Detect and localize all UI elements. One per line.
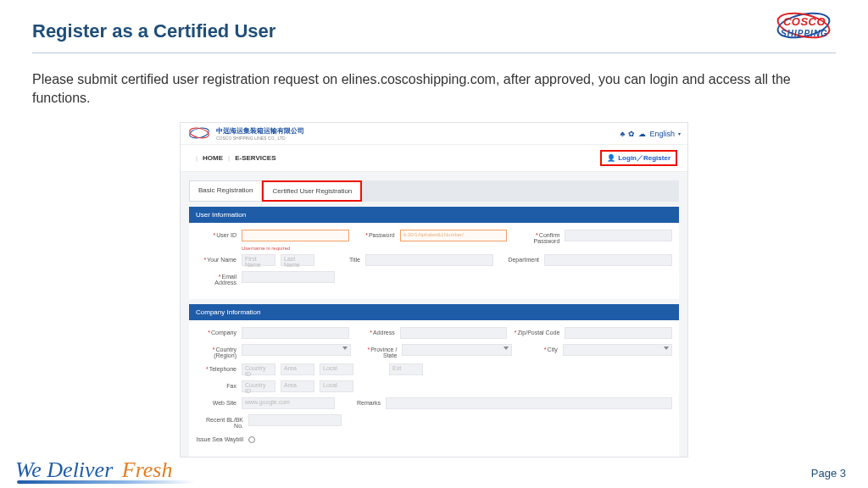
radio-issue-swb[interactable] [248, 436, 255, 443]
chevron-down-icon [664, 347, 669, 350]
main-nav: | HOME | E-SERVICES 👤Login／Register [181, 145, 687, 172]
intro-text: Please submit certified user registratio… [0, 53, 868, 115]
tab-certified-registration[interactable]: Certified User Registration [262, 180, 362, 202]
input-department[interactable] [544, 254, 672, 266]
label-website: Web Site [196, 397, 236, 406]
input-remarks[interactable] [386, 397, 672, 409]
logo-text-shipping: SHIPPING [768, 29, 841, 38]
input-user-id[interactable] [242, 230, 349, 241]
logo-text-cosco: COSCO [768, 15, 841, 28]
error-username: Username is required [242, 246, 672, 251]
company-info-form: *Company *Address *Zip/Postal Code *Coun… [189, 320, 679, 457]
nav-home[interactable]: HOME [203, 154, 223, 162]
cosco-logo: COSCO SHIPPING [768, 12, 841, 53]
label-password: Password [369, 232, 395, 238]
input-password[interactable]: 6-20/1Alphabet&1Number/ [400, 230, 508, 241]
cosco-mini-logo [187, 127, 211, 141]
user-icon: 👤 [607, 154, 615, 162]
tab-basic-registration[interactable]: Basic Registration [189, 180, 262, 202]
label-issue-swb: Issue Sea Waybill [196, 434, 243, 442]
site-header: 中远海运集装箱运输有限公司 COSCO SHIPPING LINES CO., … [181, 123, 687, 145]
select-province[interactable] [402, 344, 511, 356]
user-info-form: *User ID *Password 6-20/1Alphabet&1Numbe… [189, 223, 679, 299]
company-name-en: COSCO SHIPPING LINES CO., LTD [216, 136, 304, 141]
label-telephone: Telephone [209, 366, 236, 372]
label-remarks: Remarks [340, 397, 381, 406]
apple-icon[interactable]: ✿ [628, 130, 635, 138]
header-right-icons: ♣ ✿ ☁ English▾ [620, 130, 681, 138]
label-title: Title [320, 254, 360, 263]
section-user-info: User Information [189, 207, 679, 223]
label-your-name: Your Name [207, 257, 236, 263]
select-country[interactable] [242, 344, 351, 356]
android-icon[interactable]: ♣ [620, 130, 626, 138]
chevron-down-icon [342, 347, 348, 350]
input-recent-bl[interactable] [248, 414, 342, 426]
label-fax: Fax [196, 380, 236, 389]
language-selector[interactable]: English [649, 130, 675, 138]
input-company[interactable] [242, 327, 349, 339]
registration-tabs: Basic Registration Certified User Regist… [189, 180, 679, 202]
input-title[interactable] [365, 254, 493, 266]
input-email[interactable] [242, 271, 335, 283]
input-fax-local[interactable]: Local [320, 380, 353, 392]
input-tel-area[interactable]: Area [281, 363, 314, 375]
input-fax-countryid[interactable]: Country ID [242, 380, 275, 392]
input-last-name[interactable]: Last Name [281, 254, 314, 266]
chevron-down-icon [504, 347, 509, 350]
wechat-icon[interactable]: ☁ [638, 130, 646, 138]
label-province: Province / State [370, 347, 397, 358]
nav-eservices[interactable]: E-SERVICES [235, 154, 275, 162]
label-recent-bl: Recent BL/BK No. [196, 414, 243, 429]
label-city: City [548, 347, 558, 352]
label-company: Company [211, 330, 236, 336]
input-zip[interactable] [565, 327, 672, 339]
page-number: Page 3 [811, 467, 846, 480]
section-company-info: Company Information [189, 304, 679, 320]
tagline: We Deliver Fresh [15, 458, 172, 483]
page-title: Register as a Certified User [32, 20, 275, 42]
label-country: Country (Region) [214, 347, 236, 358]
login-register-link[interactable]: 👤Login／Register [600, 150, 677, 166]
embedded-screenshot: 中远海运集装箱运输有限公司 COSCO SHIPPING LINES CO., … [180, 122, 688, 458]
label-zip: Zip/Postal Code [518, 330, 560, 336]
input-tel-countryid[interactable]: Country ID [242, 363, 275, 375]
label-address: Address [373, 330, 395, 336]
input-address[interactable] [400, 327, 508, 339]
label-department: Department [498, 254, 539, 263]
label-user-id: User ID [216, 232, 236, 238]
input-confirm-password[interactable] [565, 230, 672, 241]
input-tel-local[interactable]: Local [320, 363, 353, 375]
input-fax-area[interactable]: Area [281, 380, 314, 392]
company-name-cn: 中远海运集装箱运输有限公司 [216, 126, 304, 136]
input-tel-ext[interactable]: Ext [389, 363, 423, 375]
input-website[interactable]: www.google.com [242, 397, 335, 409]
select-city[interactable] [563, 344, 672, 356]
input-first-name[interactable]: First Name [242, 254, 275, 266]
